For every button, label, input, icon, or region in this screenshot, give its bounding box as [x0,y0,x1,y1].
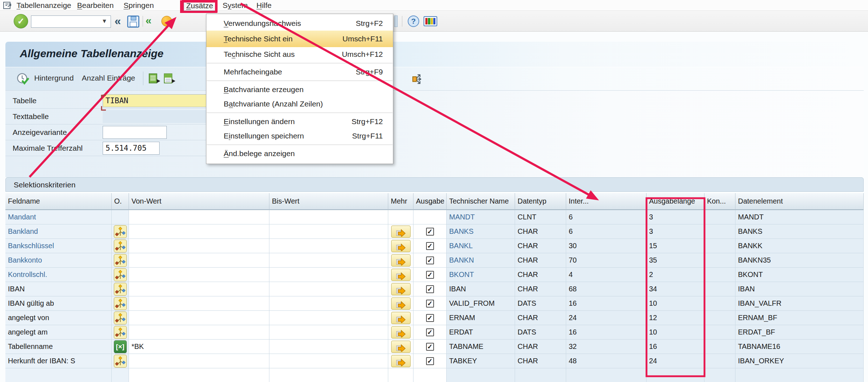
cell-von-wert[interactable] [129,354,269,368]
menubar-item-tabellenanzeige[interactable]: Tabellenanzeige [14,1,73,10]
mehr-arrow-icon[interactable] [391,312,411,324]
technischer-name-text[interactable]: BANKS [449,227,474,235]
command-field[interactable] [31,15,111,28]
cell-feldname[interactable]: Mandant [5,210,112,224]
enter-check-icon[interactable]: ✓ [14,14,28,28]
command-dropdown-icon[interactable]: ▼ [102,18,107,24]
execute-background-icon[interactable] [16,72,30,87]
ausgabe-checkbox[interactable]: ✓ [426,271,434,279]
cell-bis-wert[interactable] [269,268,388,282]
menu-item-nd-belege-anzeigen[interactable]: Änd.belege anzeigen [206,146,393,161]
mehr-arrow-icon[interactable] [391,240,411,252]
technischer-name-text[interactable]: BKONT [449,270,474,278]
cell-bis-wert[interactable] [269,282,388,296]
feldname-text[interactable]: Kontrollschl. [8,270,47,278]
cell-technischer-name[interactable]: BKONT [447,268,515,282]
multiple-selection-icon[interactable] [114,326,127,339]
ausgabe-checkbox[interactable]: ✓ [426,357,434,365]
multiple-selection-icon[interactable] [114,283,127,296]
ausgabe-checkbox[interactable]: ✓ [426,314,434,322]
collapse-chevron-icon[interactable]: « [115,14,121,28]
mehr-arrow-icon[interactable] [391,226,411,238]
menubar-item-hilfe[interactable]: Hilfe [254,1,274,10]
menu-item-batchvariante-anzahl-zeilen[interactable]: Batchvariante (Anzahl Zeilen) [206,97,393,111]
table-export-icon[interactable] [148,72,161,87]
ausgabe-checkbox[interactable]: ✓ [426,328,434,336]
cell-von-wert[interactable] [129,224,269,239]
technischer-name-text[interactable]: MANDT [449,213,475,221]
menu-item-batchvariante-erzeugen[interactable]: Batchvariante erzeugen [206,82,393,97]
cell-von-wert[interactable] [129,311,269,325]
exclude-selection-icon[interactable]: [×] [114,340,127,353]
mehr-arrow-icon[interactable] [391,297,411,310]
ausgabe-checkbox[interactable]: ✓ [426,228,434,236]
cell-bis-wert[interactable] [269,325,388,340]
ausgabe-checkbox[interactable]: ✓ [426,343,434,351]
cell-technischer-name[interactable]: BANKN [447,253,515,268]
ausgabe-checkbox[interactable]: ✓ [426,285,434,293]
help-icon[interactable]: ? [408,15,419,27]
mehr-arrow-icon[interactable] [391,269,411,281]
field-anzeigevariante[interactable] [103,126,167,139]
cell-feldname[interactable]: Bankschlüssel [5,239,112,253]
table-export-alt-icon[interactable] [163,72,176,87]
cell-bis-wert[interactable] [269,311,388,325]
feldname-text[interactable]: Bankschlüssel [8,242,54,250]
cell-bis-wert[interactable] [269,224,388,239]
multiple-selection-icon[interactable] [114,254,127,267]
mehr-arrow-icon[interactable] [391,283,411,295]
cell-von-wert[interactable] [129,325,269,340]
menubar-item-springen[interactable]: Springen [121,1,156,10]
entry-count-button[interactable]: Anzahl Einträge [82,74,135,82]
cell-bis-wert[interactable] [269,354,388,368]
multiple-selection-icon[interactable] [114,268,127,281]
feldname-text[interactable]: Bankkonto [8,256,42,264]
multiple-selection-icon[interactable] [114,297,127,310]
feldname-text[interactable]: Mandant [8,213,36,221]
menu-item-technische-sicht-ein[interactable]: Technische Sicht einUmsch+F11 [206,31,393,47]
multiple-selection-icon[interactable] [114,311,127,324]
mehr-arrow-icon[interactable] [391,341,411,353]
background-button[interactable]: Hintergrund [34,74,74,82]
cell-technischer-name[interactable]: MANDT [447,210,515,224]
feldname-text[interactable]: Bankland [8,227,38,235]
system-menu-icon[interactable] [3,1,12,11]
cell-bis-wert[interactable] [269,239,388,253]
menu-item-einstellungen-speichern[interactable]: Einstellungen speichernStrg+F11 [206,129,393,143]
ausgabe-checkbox[interactable]: ✓ [426,300,434,308]
customize-layout-icon[interactable] [424,16,437,26]
ausgabe-checkbox[interactable]: ✓ [426,242,434,250]
multiple-selection-icon[interactable] [114,225,127,238]
cell-von-wert[interactable] [129,239,269,253]
cell-von-wert[interactable] [129,368,269,382]
back-icon[interactable]: « [146,14,152,27]
menubar-item-system[interactable]: System [220,1,250,10]
cell-von-wert[interactable] [129,296,269,311]
menu-item-technische-sicht-aus[interactable]: Technische Sicht ausUmsch+F12 [206,47,393,62]
menu-item-verwendungsnachweis[interactable]: VerwendungsnachweisStrg+F2 [206,16,393,31]
mehr-arrow-icon[interactable] [391,254,411,267]
cell-feldname[interactable]: Kontrollschl. [5,268,112,282]
cell-bis-wert[interactable] [269,340,388,354]
cell-bis-wert[interactable] [269,368,388,382]
cell-feldname[interactable]: Bankland [5,224,112,239]
distribute-icon[interactable] [409,72,423,87]
cell-feldname[interactable]: Bankkonto [5,253,112,268]
cell-bis-wert[interactable] [269,253,388,268]
menubar-item-zus-tze[interactable]: Zusätze [184,1,216,11]
technischer-name-text[interactable]: BANKN [449,256,474,264]
multiple-selection-icon[interactable] [114,355,127,368]
multiple-selection-icon[interactable] [114,240,127,253]
cell-von-wert[interactable] [129,282,269,296]
cell-von-wert[interactable] [129,253,269,268]
cell-von-wert[interactable] [129,268,269,282]
technischer-name-text[interactable]: BANKL [449,242,473,250]
mehr-arrow-icon[interactable] [391,355,411,367]
cell-bis-wert[interactable] [269,296,388,311]
cell-technischer-name[interactable]: BANKS [447,224,515,239]
cell-bis-wert[interactable] [269,210,388,224]
exit-icon[interactable] [161,16,172,27]
menubar-item-bearbeiten[interactable]: Bearbeiten [75,1,116,10]
cell-technischer-name[interactable]: BANKL [447,239,515,253]
menu-item-einstellungen-ndern[interactable]: Einstellungen ändernStrg+F12 [206,114,393,129]
